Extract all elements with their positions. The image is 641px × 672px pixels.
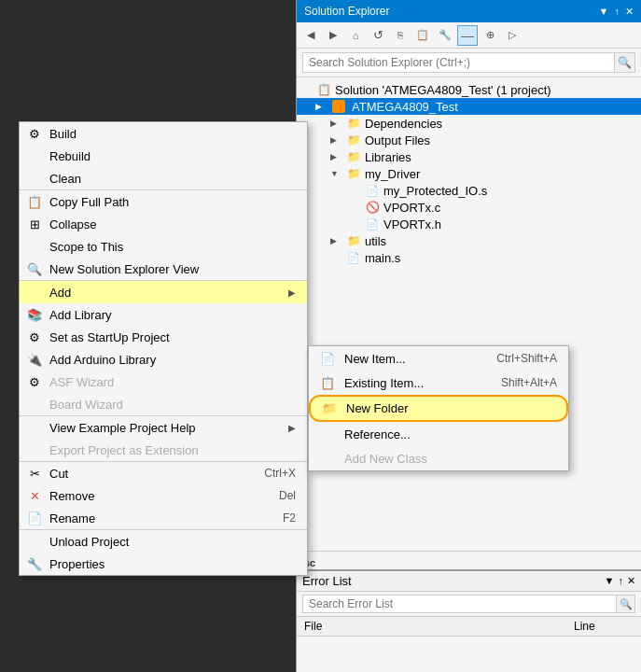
cm-label: Collapse (49, 217, 296, 231)
tree-item-main[interactable]: 📄 main.s (297, 249, 641, 266)
copy-button[interactable]: ⎘ (390, 25, 411, 46)
home-button[interactable]: ⌂ (345, 25, 366, 46)
active-button[interactable]: — (457, 25, 478, 46)
sm-label: Existing Item... (344, 376, 501, 390)
close-icon[interactable]: ✕ (625, 6, 634, 18)
item-label: VPORTx.c (383, 201, 440, 215)
cm-item-copy-path[interactable]: 📋 Copy Full Path (20, 190, 307, 213)
error-search-input[interactable] (302, 595, 617, 613)
remove-icon: ✕ (25, 489, 44, 503)
submenu-item-new-class[interactable]: Add New Class (309, 446, 568, 470)
cm-item-add[interactable]: Add ▶ (20, 281, 307, 303)
cm-item-board[interactable]: Board Wizard (20, 393, 307, 415)
sm-label: Add New Class (344, 452, 557, 466)
tree-item-solution[interactable]: 📋 Solution 'ATMEGA4809_Test' (1 project) (297, 81, 641, 98)
cm-label: Add (49, 286, 288, 300)
el-title-bar: Error List ▼ ↑ ✕ (297, 571, 641, 592)
el-close-icon[interactable]: ✕ (627, 575, 635, 587)
cut-shortcut: Ctrl+X (264, 467, 296, 480)
submenu-item-reference[interactable]: Reference... (309, 422, 568, 446)
se-search-bar: 🔍 (297, 49, 641, 77)
file-icon: 📄 (364, 183, 381, 198)
solution-icon: 📋 (315, 82, 332, 97)
item-label: my_Driver (365, 167, 420, 181)
el-col-line[interactable]: Line (566, 617, 641, 636)
tree-item-protected-io[interactable]: 📄 my_Protected_IO.s (297, 182, 641, 199)
cm-item-unload[interactable]: Unload Project (20, 530, 307, 553)
forward-button[interactable]: ▶ (323, 25, 343, 46)
el-col-file[interactable]: File (297, 617, 566, 636)
cm-label: Set as StartUp Project (49, 330, 296, 344)
cm-label: View Example Project Help (49, 421, 288, 435)
tree-item-libraries[interactable]: ▶ 📁 Libraries (297, 148, 641, 165)
search-input[interactable] (302, 52, 615, 73)
new-item-icon: 📄 (320, 352, 339, 366)
tree-item-output[interactable]: ▶ 📁 Output Files (297, 132, 641, 148)
cm-item-properties[interactable]: 🔧 Properties (20, 553, 307, 575)
library-icon: 📚 (25, 308, 44, 322)
add-button[interactable]: ⊕ (480, 25, 500, 46)
tree-item-vportxc[interactable]: 🚫 VPORTx.c (297, 199, 641, 216)
cm-label: Clean (49, 172, 296, 186)
submenu-add: 📄 New Item... Ctrl+Shift+A 📋 Existing It… (308, 345, 569, 471)
cm-item-cut[interactable]: ✂ Cut Ctrl+X (20, 462, 307, 484)
error-list-panel: Error List ▼ ↑ ✕ 🔍 File Line (297, 569, 641, 672)
arduino-icon: 🔌 (25, 353, 44, 367)
arrow-right-icon: ▶ (288, 423, 296, 433)
el-title: Error List (302, 574, 352, 588)
folder-icon: 📁 (345, 166, 362, 181)
se-title-bar: Solution Explorer ▼ ↑ ✕ (297, 0, 641, 22)
cm-label: Add Arduino Library (49, 353, 296, 367)
item-label: main.s (365, 251, 400, 265)
project-icon (330, 99, 347, 114)
cm-item-arduino[interactable]: 🔌 Add Arduino Library (20, 348, 307, 371)
el-pin-icon[interactable]: ▼ (605, 575, 615, 587)
cm-item-scope[interactable]: Scope to This (20, 235, 307, 258)
refresh-button[interactable]: ↺ (368, 25, 388, 46)
arrow-right-icon: ▶ (288, 287, 296, 298)
cm-label: Copy Full Path (49, 195, 296, 209)
cm-label: Rebuild (49, 149, 296, 163)
pin-icon[interactable]: ▼ (599, 6, 609, 18)
rename-shortcut: F2 (283, 511, 296, 525)
tree-item-mydriver[interactable]: ▼ 📁 my_Driver (297, 165, 641, 182)
cm-item-export[interactable]: Export Project as Extension (20, 439, 307, 461)
item-label: utils (365, 234, 386, 248)
paste-button[interactable]: 📋 (412, 25, 433, 46)
folder-icon: 📁 (345, 116, 362, 131)
cm-label: Build (49, 127, 296, 141)
submenu-item-new-folder[interactable]: 📁 New Folder (309, 395, 568, 422)
cm-item-view-example[interactable]: View Example Project Help ▶ (20, 416, 307, 439)
cm-item-startup[interactable]: ⚙ Set as StartUp Project (20, 326, 307, 348)
cm-item-add-library[interactable]: 📚 Add Library (20, 303, 307, 326)
el-dock-icon[interactable]: ↑ (619, 575, 624, 587)
tree-item-dependencies[interactable]: ▶ 📁 Dependencies (297, 115, 641, 132)
dock-icon[interactable]: ↑ (615, 6, 620, 18)
se-title: Solution Explorer (304, 5, 389, 18)
cm-item-rename[interactable]: 📄 Rename F2 (20, 507, 307, 529)
cm-label: Remove (49, 489, 279, 503)
cm-item-build[interactable]: ⚙ Build (20, 122, 307, 145)
run-button[interactable]: ▷ (502, 25, 523, 46)
tree-item-project[interactable]: ▶ ATMEGA4809_Test (297, 98, 641, 115)
sm-shortcut: Shift+Alt+A (501, 376, 557, 389)
cm-item-collapse[interactable]: ⊞ Collapse (20, 213, 307, 235)
se-window-controls: ▼ ↑ ✕ (599, 6, 634, 18)
submenu-item-new-item[interactable]: 📄 New Item... Ctrl+Shift+A (309, 346, 568, 371)
cm-item-asf[interactable]: ⚙ ASF Wizard (20, 371, 307, 393)
arrow-icon: ▼ (330, 169, 345, 178)
new-folder-icon: 📁 (322, 401, 341, 415)
cm-item-rebuild[interactable]: Rebuild (20, 145, 307, 167)
cm-item-new-se-view[interactable]: 🔍 New Solution Explorer View (20, 258, 307, 280)
cm-item-remove[interactable]: ✕ Remove Del (20, 484, 307, 507)
tree-item-utils[interactable]: ▶ 📁 utils (297, 232, 641, 249)
submenu-item-existing-item[interactable]: 📋 Existing Item... Shift+Alt+A (309, 371, 568, 395)
tree-item-vportxh[interactable]: 📄 VPORTx.h (297, 216, 641, 232)
settings-button[interactable]: 🔧 (435, 25, 455, 46)
se-tree: 📋 Solution 'ATMEGA4809_Test' (1 project)… (297, 77, 641, 551)
back-button[interactable]: ◀ (300, 25, 321, 46)
arrow-icon: ▶ (330, 135, 345, 145)
cm-item-clean[interactable]: Clean (20, 167, 307, 189)
cm-label: ASF Wizard (49, 375, 296, 389)
no-entry-icon: 🚫 (364, 200, 381, 215)
